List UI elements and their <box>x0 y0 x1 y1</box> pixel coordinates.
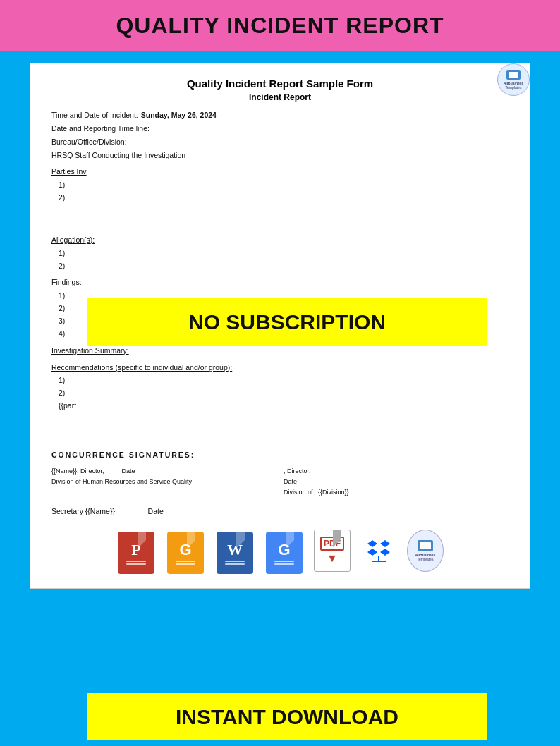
monitor-icon <box>506 70 521 80</box>
dropbox-bottom <box>367 549 390 556</box>
ppt-icon-body: P <box>118 532 154 574</box>
recommendations-item-1: 1) <box>59 374 509 387</box>
concurrence-header: CONCURRENCE SIGNATURES: <box>51 449 509 462</box>
allbiz-bottom-label2: Templates <box>418 557 434 562</box>
sig2-division-line: Division of {{Division}} <box>284 487 509 498</box>
pdf-download-arrow: ▼ <box>327 552 338 565</box>
sig3-date: Date <box>148 507 164 515</box>
sig1-date-label: Date <box>122 467 135 475</box>
allegations-title: Allegation(s): <box>51 234 509 247</box>
google-docs-icon: G <box>264 527 304 574</box>
hrsq-label: HRSQ Staff Conducting the Investigation <box>51 149 185 162</box>
parties-section-wrapper: Parties Inv 1) 2) NO SUBSCRIPTION <box>51 166 509 204</box>
dropbox-top <box>367 540 390 547</box>
allbiz-logo-bottom: AllBusiness Templates <box>407 530 444 572</box>
dropbox-diamond-1 <box>367 540 377 547</box>
dropbox-base <box>372 561 386 562</box>
concurrence-section: CONCURRENCE SIGNATURES: {{Name}}, Direct… <box>51 449 509 518</box>
recommendations-title: Recommendations (specific to individual … <box>51 362 509 374</box>
page-title: QUALITY INCIDENT REPORT <box>116 13 444 38</box>
parties-item-1: 1) <box>59 179 509 192</box>
doc-subtitle: Incident Report <box>51 92 509 102</box>
docs-icon-body: G <box>266 532 303 574</box>
parties-list: 1) 2) <box>59 179 509 204</box>
doc-body: Time and Date of Incident: Sunday, May 2… <box>51 109 509 518</box>
ppt-lines <box>126 561 146 565</box>
findings-title: Findings: <box>51 276 509 289</box>
dropbox-icon <box>360 530 397 572</box>
sig2-date-label: Date <box>284 477 509 487</box>
sig3-name: {{Name}} <box>85 507 115 515</box>
no-subscription-banner: NO SUBSCRIPTION <box>87 298 487 346</box>
parties-item-2: 2) <box>59 192 509 204</box>
slides-icon-body: G <box>167 532 204 574</box>
sig1-role: , Director, <box>77 467 104 475</box>
doc-title: Quality Incident Report Sample Form <box>51 78 509 90</box>
allegations-list: 1) 2) <box>59 247 509 273</box>
word-lines <box>225 561 245 565</box>
allegations-item-2: 2) <box>59 260 509 273</box>
sig-left-1: {{Name}}, Director, Date Division of Hum… <box>51 466 276 499</box>
sig-block-row1: {{Name}}, Director, Date Division of Hum… <box>51 466 509 499</box>
docs-letter: G <box>278 541 290 559</box>
allegations-item-1: 1) <box>59 247 509 260</box>
investigation-summary-title: Investigation Summary: <box>51 345 509 357</box>
google-slides-icon: G <box>166 527 205 574</box>
hrsq-row: HRSQ Staff Conducting the Investigation <box>51 149 509 162</box>
sig1-division: Division of Human Resources and Service … <box>51 477 276 487</box>
docs-lines <box>274 561 294 565</box>
dropbox-shape <box>367 540 390 562</box>
dropbox-diamond-4 <box>380 549 390 556</box>
time-date-label: Time and Date of Incident: <box>51 109 138 122</box>
time-date-row: Time and Date of Incident: Sunday, May 2… <box>51 109 509 122</box>
parties-title: Parties Inv <box>51 166 509 178</box>
bureau-label: Bureau/Office/Division: <box>51 136 127 149</box>
page-header: QUALITY INCIDENT REPORT <box>0 0 560 51</box>
date-reporting-row: Date and Reporting Time line: <box>51 123 509 135</box>
investigation-summary-section: Investigation Summary: <box>51 345 509 357</box>
pdf-file-body: PDF ▼ <box>314 530 351 572</box>
date-reporting-label: Date and Reporting Time line: <box>51 123 150 135</box>
doc-title-row: Quality Incident Report Sample Form <box>51 78 509 90</box>
allbiz-monitor-bottom <box>418 540 433 551</box>
powerpoint-icon: P <box>116 527 156 574</box>
sig-secretary-row: Secretary {{Name}} Date <box>51 506 509 518</box>
document-card: AllBusiness Templates Quality Incident R… <box>30 63 530 589</box>
allegations-section: Allegation(s): 1) 2) <box>51 234 509 273</box>
sig2-division-value: {{Division}} <box>318 489 349 496</box>
recommendations-list: 1) 2) <box>59 374 509 400</box>
bureau-row: Bureau/Office/Division: <box>51 136 509 149</box>
main-area: AllBusiness Templates Quality Incident R… <box>0 51 560 599</box>
sig-right-1: , Director, Date Division of {{Division}… <box>284 466 509 499</box>
slides-lines <box>176 561 195 565</box>
dropbox-wrap <box>360 530 397 572</box>
recommendations-section-wrapper: Recommendations (specific to individual … <box>51 362 509 412</box>
dropbox-diamond-2 <box>380 540 390 547</box>
dropbox-diamond-3 <box>367 549 377 556</box>
pdf-icon: PDF ▼ <box>314 530 351 572</box>
sig2-role: , Director, <box>284 466 509 477</box>
slides-letter: G <box>179 541 191 559</box>
template-part: {{part <box>59 400 509 412</box>
time-date-value: Sunday, May 26, 2024 <box>141 109 217 122</box>
word-letter: W <box>227 541 243 559</box>
sig3-label: Secretary <box>51 507 83 515</box>
sig2-division-label: Division of <box>284 489 313 496</box>
sig1-name: {{Name}} <box>51 467 77 475</box>
file-icons-bar: P G <box>51 518 509 577</box>
pdf-label: PDF <box>320 537 344 551</box>
sig1-name-role: {{Name}}, Director, Date <box>51 466 276 477</box>
word-icon: W <box>215 527 255 574</box>
word-icon-body: W <box>217 532 253 574</box>
sig2-role-text: , Director, <box>284 467 311 475</box>
recommendations-item-2: 2) <box>59 387 509 400</box>
ppt-letter: P <box>131 541 140 559</box>
instant-download-banner: INSTANT DOWNLOAD <box>87 693 487 740</box>
